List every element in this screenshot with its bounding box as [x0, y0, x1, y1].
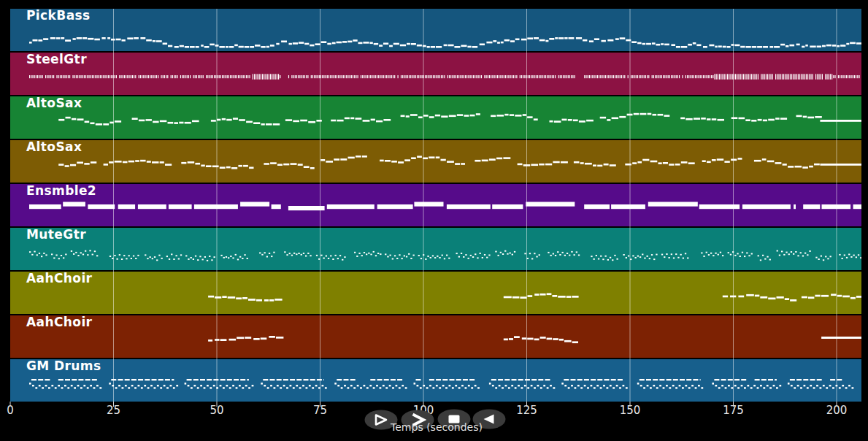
- axis-tick-label: 150: [620, 404, 641, 417]
- track-label: SteelGtr: [26, 52, 87, 66]
- axis-tick-label: 25: [107, 404, 120, 417]
- track-band-pickbass-0: PickBass: [10, 9, 861, 51]
- track-band-gm-drums-8: GM Drums: [10, 359, 861, 402]
- axis-tick-label: 75: [313, 404, 327, 417]
- track-label: AltoSax: [26, 96, 82, 110]
- axis-tick-label: 175: [723, 404, 744, 417]
- axis-tick-label: 0: [7, 404, 14, 417]
- track-label: Ensmble2: [26, 183, 96, 198]
- axis-tick-label: 50: [210, 404, 223, 417]
- track-label: AahChoir: [26, 315, 92, 329]
- track-band-altosax-2: AltoSax: [10, 96, 861, 139]
- track-label: AahChoir: [26, 271, 92, 285]
- x-axis-label: Temps (secondes): [391, 421, 483, 433]
- track-band-steelgtr-1: SteelGtr: [10, 53, 861, 95]
- track-band-altosax-3: AltoSax: [10, 140, 861, 183]
- track-band-ensmble2-4: Ensmble2: [10, 184, 861, 226]
- track-label: AltoSax: [26, 139, 82, 154]
- track-label: PickBass: [26, 8, 91, 23]
- track-band-mutegtr-5: MuteGtr: [10, 228, 861, 270]
- midi-sequencer-view: { "tracks": [ {"name":"PickBass","color"…: [0, 0, 868, 441]
- track-label: MuteGtr: [26, 227, 86, 242]
- track-band-aahchoir-7: AahChoir: [10, 315, 861, 358]
- track-band-aahchoir-6: AahChoir: [10, 272, 861, 314]
- axis-tick-label: 125: [516, 404, 537, 417]
- axis-tick-label: 200: [826, 404, 848, 417]
- track-label: GM Drums: [26, 358, 101, 373]
